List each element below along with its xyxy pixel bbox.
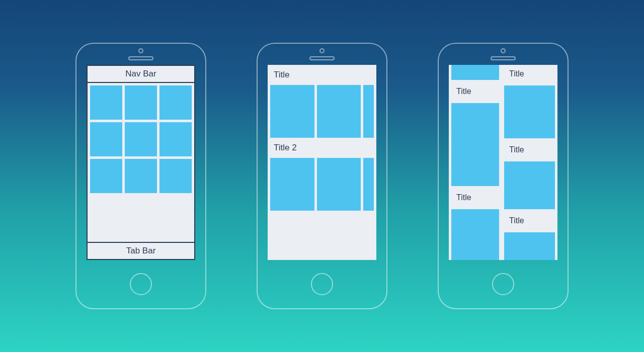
phone-top-hardware <box>439 44 568 65</box>
masonry-tile[interactable] <box>451 209 499 260</box>
grid-collection-view <box>88 83 194 196</box>
section-header-2: Title 2 <box>268 138 376 158</box>
speaker-icon <box>491 56 516 60</box>
card-tile[interactable] <box>317 85 361 138</box>
phone-mockup-1: Nav Bar Tab Bar <box>75 43 206 309</box>
masonry-tile[interactable] <box>451 65 499 80</box>
phone-bottom-hardware <box>311 260 333 308</box>
camera-icon <box>319 48 325 53</box>
grid-tile[interactable] <box>90 85 122 120</box>
phone-2-screen: Title Title 2 <box>268 65 376 260</box>
card-tile[interactable] <box>317 158 361 211</box>
grid-tile[interactable] <box>125 122 157 156</box>
phone-3-screen: Title Title Title Title Title <box>449 65 557 260</box>
phone-mockup-3: Title Title Title Title Title <box>438 43 569 309</box>
card-tile-peek[interactable] <box>363 158 374 211</box>
masonry-title-label: Title <box>504 141 555 159</box>
grid-tile[interactable] <box>90 159 122 193</box>
grid-tile[interactable] <box>90 122 122 156</box>
card-tile[interactable] <box>270 85 314 138</box>
grid-tile[interactable] <box>159 122 192 156</box>
camera-icon <box>501 48 506 53</box>
horizontal-row-1 <box>268 85 376 138</box>
speaker-icon <box>309 56 335 60</box>
speaker-icon <box>128 56 153 60</box>
card-tile-peek[interactable] <box>363 85 374 138</box>
nav-bar-label: Nav Bar <box>125 69 156 79</box>
phone-bottom-hardware <box>130 260 152 308</box>
phone-top-hardware <box>258 44 386 65</box>
home-button-icon <box>492 273 514 295</box>
section-title-label: Title <box>274 70 290 79</box>
content-empty-area <box>268 211 376 260</box>
masonry-tile[interactable] <box>504 161 555 209</box>
masonry-tile[interactable] <box>504 232 555 260</box>
phone-1-screen: Nav Bar Tab Bar <box>87 65 195 260</box>
card-tile[interactable] <box>270 158 314 211</box>
horizontal-row-2 <box>268 158 376 211</box>
grid-tile[interactable] <box>125 159 157 193</box>
tab-bar-label: Tab Bar <box>126 246 156 256</box>
nav-bar[interactable]: Nav Bar <box>88 66 194 83</box>
masonry-tile-tall[interactable] <box>451 103 499 186</box>
camera-icon <box>138 48 143 53</box>
grid-tile[interactable] <box>159 159 192 193</box>
masonry-title-label: Title <box>504 212 555 230</box>
phone-mockup-2: Title Title 2 <box>257 43 387 309</box>
section-header-1: Title <box>268 65 376 85</box>
home-button-icon <box>311 273 333 295</box>
masonry-title-label: Title <box>504 65 555 83</box>
diagram-stage: Nav Bar Tab Bar <box>0 0 644 352</box>
home-button-icon <box>130 273 152 295</box>
masonry-tile[interactable] <box>504 85 555 138</box>
phone-top-hardware <box>76 44 205 65</box>
phone-bottom-hardware <box>492 260 514 308</box>
grid-empty-area <box>88 196 194 242</box>
grid-tile[interactable] <box>125 85 157 120</box>
masonry-layout: Title Title Title Title Title <box>449 65 557 260</box>
section-title-label: Title 2 <box>274 143 297 152</box>
masonry-title-label: Title <box>451 189 499 207</box>
tab-bar[interactable]: Tab Bar <box>88 242 194 259</box>
masonry-title-label: Title <box>451 82 499 101</box>
grid-tile[interactable] <box>159 85 192 120</box>
